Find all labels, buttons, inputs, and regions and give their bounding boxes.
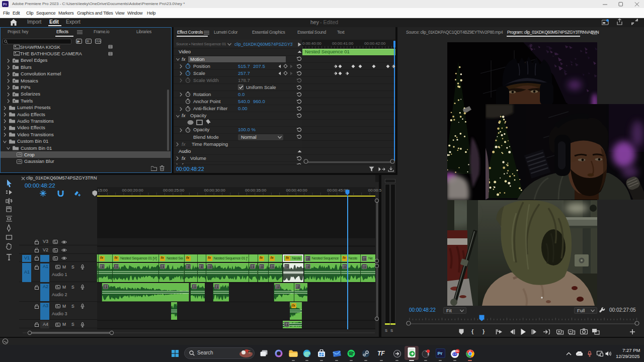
svg-text:9+: 9+ <box>456 349 459 352</box>
